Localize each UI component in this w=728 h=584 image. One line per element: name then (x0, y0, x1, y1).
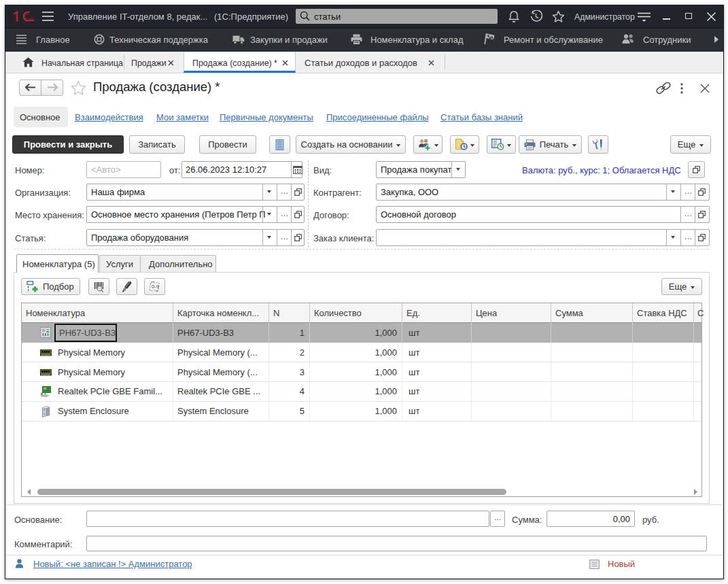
svg-text:0-9: 0-9 (152, 284, 159, 290)
